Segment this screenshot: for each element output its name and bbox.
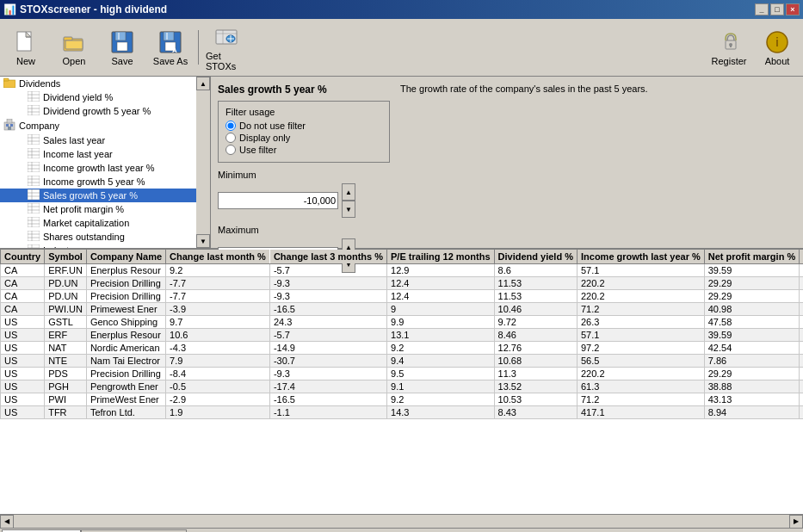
radio-use-filter-label: Use filter	[239, 145, 276, 155]
filter-usage-title: Filter usage	[225, 107, 382, 117]
scroll-up-button[interactable]: ▲	[196, 77, 210, 90]
tree-item-sales-last-year[interactable]: Sales last year	[0, 133, 196, 147]
close-button[interactable]: ×	[786, 3, 800, 15]
col-dividend-yield[interactable]: Dividend yield %	[494, 250, 577, 264]
table-cell: 13.1	[387, 329, 495, 342]
table-container[interactable]: Country Symbol Company Name Change last …	[0, 249, 803, 514]
col-country[interactable]: Country	[1, 250, 45, 264]
table-row[interactable]: USERFEnerplus Resour10.6-5.713.18.4657.1…	[1, 329, 804, 342]
minimum-spin-down[interactable]: ▼	[342, 201, 355, 218]
table-icon-6	[28, 176, 40, 188]
title-bar: 📊 STOXscreener - high dividend _ □ ×	[0, 0, 803, 19]
svg-rect-40	[8, 127, 11, 130]
left-panel-container: Dividends Dividend yield % Dividend grow…	[0, 77, 211, 248]
scroll-down-button[interactable]: ▼	[196, 234, 210, 248]
maximize-button[interactable]: □	[770, 3, 784, 15]
col-company-name[interactable]: Company Name	[86, 250, 165, 264]
minimize-button[interactable]: _	[755, 3, 769, 15]
table-cell: 417.1	[577, 406, 704, 419]
table-icon-1	[28, 91, 40, 103]
radio-display-only-input[interactable]	[225, 133, 236, 143]
net-profit-margin-label: Net profit margin %	[43, 204, 124, 214]
col-pe[interactable]: P/E trailing 12 months	[387, 250, 495, 264]
tree-item-industry[interactable]: Industry	[0, 244, 196, 248]
minimum-input[interactable]	[218, 192, 338, 209]
svg-rect-73	[28, 244, 40, 248]
scroll-right-button[interactable]: ▶	[789, 515, 803, 529]
tree-item-dividend-growth[interactable]: Dividend growth 5 year %	[0, 104, 196, 118]
table-cell: -7.7	[166, 290, 270, 303]
radio-use-filter-input[interactable]	[225, 145, 236, 155]
tabs-bar: × high dividend × Low PE and growth	[0, 528, 803, 532]
window-controls[interactable]: _ □ ×	[755, 3, 800, 15]
save-as-icon: A	[157, 28, 184, 56]
radio-display-only[interactable]: Display only	[225, 133, 382, 143]
table-row[interactable]: USNTENam Tai Electror7.9-30.79.410.6856.…	[1, 355, 804, 368]
about-button[interactable]: i About	[755, 27, 800, 68]
get-stoxs-label: Get STOXs	[206, 51, 247, 71]
table-cell: PrimeWest Ener	[86, 393, 165, 406]
table-cell: -1.1	[269, 406, 386, 419]
minimum-spin-up[interactable]: ▲	[342, 183, 355, 201]
tree-item-sales-growth-5y[interactable]: Sales growth 5 year %	[0, 189, 196, 202]
col-symbol[interactable]: Symbol	[45, 250, 87, 264]
table-cell: 71.2	[577, 393, 704, 406]
radio-no-filter-input[interactable]	[225, 121, 236, 131]
tree-item-income-last-year[interactable]: Income last year	[0, 147, 196, 161]
minimum-group: Minimum ▲ ▼	[218, 170, 796, 218]
income-last-year-label: Income last year	[43, 149, 113, 159]
data-table: Country Symbol Company Name Change last …	[0, 249, 803, 419]
table-cell: US	[1, 393, 45, 406]
table-cell: Precision Drilling	[86, 368, 165, 380]
scroll-track	[196, 90, 210, 234]
tree-item-market-cap[interactable]: Market capitalization	[0, 216, 196, 230]
table-row[interactable]: CAPD.UNPrecision Drilling-7.7-9.312.411.…	[1, 290, 804, 303]
table-row[interactable]: USGSTLGenco Shipping9.724.39.99.7226.347…	[1, 316, 804, 329]
table-row[interactable]: USTFRTefron Ltd.1.9-1.114.38.43417.18.94…	[1, 406, 804, 419]
svg-rect-69	[28, 231, 40, 241]
table-cell: 9.4	[387, 355, 495, 368]
scroll-left-button[interactable]: ◀	[0, 515, 14, 529]
table-cell: 0.2	[800, 342, 803, 355]
tree-item-dividend-yield[interactable]: Dividend yield %	[0, 90, 196, 104]
col-net-profit-margin[interactable]: Net profit margin %	[704, 250, 799, 264]
title-bar-text: STOXscreener - high dividend	[20, 3, 167, 15]
table-row[interactable]: USPGHPengrowth Ener-0.5-17.49.113.5261.3…	[1, 380, 804, 393]
radio-no-filter[interactable]: Do not use filter	[225, 121, 382, 131]
table-cell: 9.72	[494, 316, 577, 329]
col-debt-equity[interactable]: Dept/Equity ra...	[800, 250, 803, 264]
table-cell: 40.98	[704, 303, 799, 316]
table-cell: -4.3	[166, 342, 270, 355]
open-button[interactable]: Open	[52, 27, 96, 68]
table-cell: 7.86	[704, 355, 799, 368]
tree-item-net-profit-margin[interactable]: Net profit margin %	[0, 202, 196, 216]
radio-use-filter[interactable]: Use filter	[225, 145, 382, 155]
table-cell: US	[1, 355, 45, 368]
horizontal-scrollbar[interactable]: ◀ ▶	[0, 514, 803, 528]
col-change-month[interactable]: Change last month %	[166, 250, 270, 264]
table-cell: Nam Tai Electror	[86, 355, 165, 368]
table-row[interactable]: CAPD.UNPrecision Drilling-7.7-9.312.411.…	[1, 277, 804, 290]
tree-item-income-growth-ly[interactable]: Income growth last year %	[0, 161, 196, 175]
tree-item-shares-outstanding[interactable]: Shares outstanding	[0, 230, 196, 244]
get-stoxs-button[interactable]: Get STOXs	[204, 22, 249, 73]
app-icon: 📊	[3, 3, 16, 15]
col-change-3months[interactable]: Change last 3 months %	[269, 250, 386, 264]
toolbar: New Open Save A Save As Get STOXs Regist…	[0, 19, 803, 77]
register-button[interactable]: Register	[707, 27, 751, 68]
svg-rect-5	[65, 40, 83, 49]
table-row[interactable]: USPWIPrimeWest Ener-2.9-16.59.210.5371.2…	[1, 393, 804, 406]
table-row[interactable]: USPDSPrecision Drilling-8.4-9.39.511.322…	[1, 368, 804, 380]
tree-scrollbar[interactable]: ▲ ▼	[196, 77, 210, 248]
new-button[interactable]: New	[3, 27, 48, 68]
save-button[interactable]: Save	[100, 27, 145, 68]
table-cell: CA	[1, 290, 45, 303]
table-row[interactable]: CAPWI.UNPrimewest Ener-3.9-16.5910.4671.…	[1, 303, 804, 316]
table-row[interactable]: USNATNordic American-4.3-14.99.212.7697.…	[1, 342, 804, 355]
minimum-label: Minimum	[218, 170, 796, 180]
col-income-growth-ly[interactable]: Income growth last year %	[577, 250, 704, 264]
tree-item-income-growth-5y[interactable]: Income growth 5 year %	[0, 175, 196, 189]
tree-category-company[interactable]: Company	[0, 118, 196, 133]
tree-category-dividends[interactable]: Dividends	[0, 77, 196, 90]
save-as-button[interactable]: A Save As	[148, 27, 193, 68]
